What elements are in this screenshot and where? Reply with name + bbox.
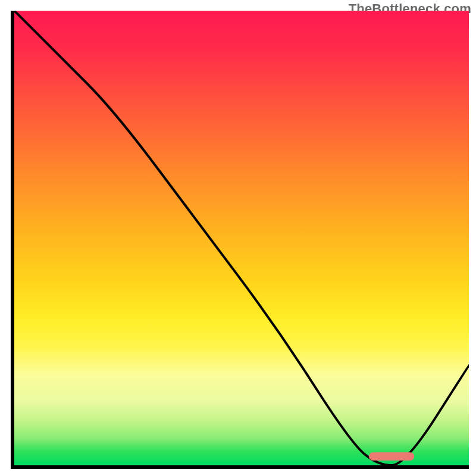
bottleneck-curve [14, 11, 469, 465]
plot-area [11, 11, 469, 469]
curve-line [14, 11, 469, 465]
optimal-range-marker [369, 452, 414, 461]
chart-container: TheBottleneck.com [0, 0, 476, 476]
